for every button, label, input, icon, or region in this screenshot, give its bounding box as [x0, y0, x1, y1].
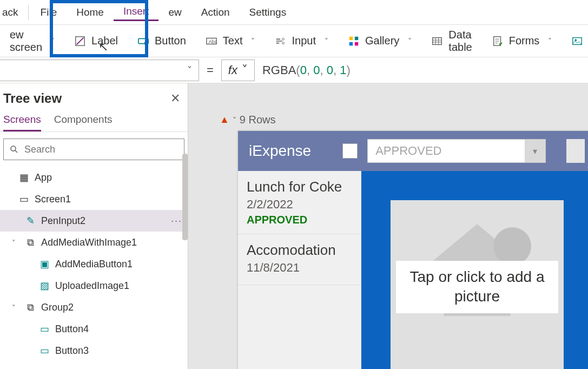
svg-rect-11 — [433, 37, 442, 44]
tree-node-screen1[interactable]: ▭Screen1 — [0, 188, 188, 210]
list-item[interactable]: Accomodation 11/8/2021 — [238, 234, 361, 285]
menu-action[interactable]: Action — [191, 4, 240, 21]
status-dropdown[interactable]: APPROVED ▾ — [367, 139, 546, 163]
item-date: 11/8/2021 — [247, 261, 352, 275]
expand-icon[interactable]: ˅ — [12, 239, 19, 247]
tree-node-group2[interactable]: ˅⧉Group2 — [0, 296, 188, 318]
formula-arg: 1 — [340, 63, 346, 77]
fx-dropdown[interactable]: fx˅ — [221, 60, 255, 81]
menu-view[interactable]: ew — [158, 4, 191, 21]
chevron-down-icon: ˅ — [51, 37, 55, 45]
app-icon: ▦ — [18, 172, 29, 183]
chevron-down-icon: ˅ — [251, 37, 255, 45]
add-picture-box[interactable]: Tap or click to add a picture — [391, 200, 564, 369]
search-input[interactable] — [24, 144, 179, 155]
group-icon: ⧉ — [25, 302, 36, 313]
expand-icon[interactable]: ˅ — [12, 304, 19, 312]
svg-point-5 — [282, 38, 285, 40]
scrollbar[interactable] — [182, 154, 188, 240]
list-item[interactable]: Lunch for Coke 2/2/2022 APPROVED — [238, 171, 361, 234]
ribbon-input[interactable]: Input ˅ — [265, 25, 338, 57]
tree-node-button3[interactable]: ▭Button3 — [0, 340, 188, 361]
tree-node-app[interactable]: ▦App — [0, 167, 188, 188]
menu-file[interactable]: File — [31, 4, 67, 21]
ribbon-toolbar: ew screen ˅ Label Button Abc Text ˅ Inpu… — [0, 25, 588, 57]
tree-node-label: AddMediaButton1 — [55, 259, 133, 270]
ribbon-new-screen[interactable]: ew screen ˅ — [0, 25, 64, 57]
tree-node-label: UploadedImage1 — [55, 280, 129, 292]
tree-search[interactable] — [3, 139, 184, 160]
menu-home[interactable]: Home — [67, 4, 114, 21]
image-placeholder-icon — [493, 227, 531, 265]
header-side-button[interactable] — [566, 139, 585, 163]
warning-icon: ▲ — [220, 114, 229, 126]
ribbon-input-label: Input — [292, 35, 315, 47]
tree-node-label: AddMediaWithImage1 — [41, 237, 137, 248]
tree-node-peninput2[interactable]: ✎PenInput2··· — [0, 210, 188, 232]
ribbon-text-label: Text — [223, 35, 243, 47]
tree-node-label: Group2 — [41, 302, 74, 313]
tree-node-button4[interactable]: ▭Button4 — [0, 318, 188, 340]
top-menu-bar: ack File Home Insert ew Action Settings — [0, 0, 588, 25]
item-status: APPROVED — [247, 214, 352, 226]
ribbon-button[interactable]: Button — [128, 25, 196, 57]
back-button[interactable]: ack — [2, 6, 26, 18]
menu-insert[interactable]: Insert — [114, 3, 159, 21]
svg-point-6 — [282, 42, 285, 44]
svg-point-15 — [11, 146, 16, 151]
svg-rect-8 — [355, 36, 358, 39]
group-icon: ⧉ — [25, 237, 36, 248]
item-date: 2/2/2022 — [247, 197, 352, 212]
app-title: iExpense — [249, 142, 311, 160]
formula-arg: 0 — [327, 63, 333, 77]
app-body: Lunch for Coke 2/2/2022 APPROVED Accomod… — [238, 171, 588, 369]
ribbon-data-table[interactable]: Data table — [421, 25, 481, 57]
app-preview-frame: iExpense APPROVED ▾ Lunch for Coke 2/2/2… — [238, 131, 588, 369]
formula-arg: 0 — [313, 63, 320, 77]
app-header: iExpense APPROVED ▾ — [238, 131, 588, 171]
tree-node-label: Button4 — [55, 324, 89, 335]
equals-label: = — [199, 63, 221, 77]
gallery-icon — [348, 35, 360, 47]
ribbon-forms[interactable]: Forms ˅ — [482, 25, 562, 57]
svg-point-14 — [575, 39, 577, 41]
warning-rows[interactable]: ▲ ˅ 9 Rows — [220, 114, 276, 126]
ribbon-label[interactable]: Label — [64, 25, 128, 57]
close-icon[interactable]: ✕ — [170, 91, 180, 106]
svg-rect-7 — [349, 36, 353, 39]
more-icon[interactable]: ··· — [171, 215, 182, 227]
ribbon-label-text: Label — [91, 35, 118, 47]
dropdown-value: APPROVED — [375, 144, 441, 158]
tree-list: ▦App ▭Screen1 ✎PenInput2··· ˅⧉AddMediaWi… — [0, 167, 188, 369]
data-table-icon — [431, 35, 443, 47]
tab-screens[interactable]: Screens — [3, 114, 41, 131]
image-icon: ▨ — [39, 280, 50, 292]
button-icon: ▭ — [39, 323, 50, 335]
ribbon-forms-label: Forms — [509, 35, 540, 47]
formula-bar: ˅ = fx˅ RGBA(0, 0, 0, 1) — [0, 57, 588, 83]
chevron-down-icon: ˅ — [187, 64, 192, 76]
ribbon-media[interactable]: Mec — [561, 25, 588, 57]
svg-rect-10 — [355, 42, 358, 45]
ribbon-gallery-label: Gallery — [365, 35, 399, 47]
chevron-down-icon: ˅ — [548, 37, 552, 45]
checkbox[interactable] — [342, 143, 358, 159]
ribbon-datatable-label: Data table — [448, 29, 472, 54]
menu-settings[interactable]: Settings — [240, 4, 296, 21]
input-icon — [274, 35, 286, 47]
label-icon — [74, 35, 86, 47]
ribbon-text[interactable]: Abc Text ˅ — [196, 25, 265, 57]
property-dropdown[interactable]: ˅ — [0, 60, 199, 81]
tree-node-addmediabutton1[interactable]: ▣AddMediaButton1 — [0, 253, 188, 275]
main-split: Tree view ✕ Screens Components ▦App ▭Scr… — [0, 83, 588, 369]
app-main-panel: Tap or click to add a picture — [361, 171, 588, 369]
chevron-down-icon: ˅ — [242, 63, 248, 77]
tree-node-uploadedimage1[interactable]: ▨UploadedImage1 — [0, 275, 188, 296]
ribbon-gallery[interactable]: Gallery ˅ — [338, 25, 421, 57]
tab-components[interactable]: Components — [54, 114, 113, 131]
chevron-down-icon: ˅ — [408, 37, 412, 45]
tree-node-addmediawithimage1[interactable]: ˅⧉AddMediaWithImage1 — [0, 232, 188, 253]
item-title: Accomodation — [247, 242, 352, 259]
canvas-area[interactable]: ▲ ˅ 9 Rows iExpense APPROVED ▾ Lunch for… — [188, 83, 588, 369]
formula-input[interactable]: RGBA(0, 0, 0, 1) — [255, 63, 351, 77]
